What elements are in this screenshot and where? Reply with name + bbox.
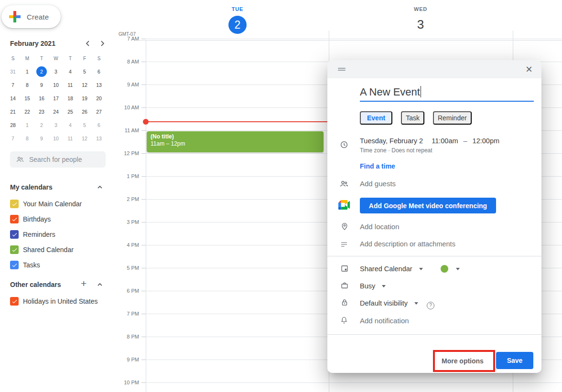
mini-calendar-day[interactable]: 8 [22, 80, 32, 90]
event-title-input[interactable]: A New Event [360, 86, 421, 98]
mini-calendar-day[interactable]: 8 [22, 133, 32, 144]
mini-calendar-day[interactable]: 13 [94, 80, 104, 90]
calendar-checkbox[interactable] [10, 230, 19, 239]
mini-calendar-day[interactable]: 1 [22, 66, 32, 77]
hour-label: 8 AM [116, 59, 139, 64]
mini-calendar-day[interactable]: 13 [94, 133, 104, 144]
chevron-down-icon[interactable] [382, 285, 386, 287]
calendar-list-item[interactable]: Reminders [10, 227, 82, 242]
find-a-time-link[interactable]: Find a time [360, 162, 395, 170]
mini-calendar-day[interactable]: 22 [22, 106, 32, 117]
calendar-list-item[interactable]: Tasks [10, 257, 82, 273]
dialog-drag-header[interactable]: × [327, 60, 541, 78]
mini-calendar-day[interactable]: 4 [65, 66, 76, 77]
mini-calendar-day[interactable]: 5 [79, 120, 90, 130]
add-other-calendar-icon[interactable]: + [81, 279, 86, 288]
chevron-down-icon[interactable] [419, 268, 423, 270]
add-location-field[interactable]: Add location [360, 222, 400, 231]
search-people-input[interactable] [29, 156, 101, 163]
add-description-field[interactable]: Add description or attachments [360, 240, 455, 248]
mini-calendar-day[interactable]: 14 [8, 93, 18, 104]
mini-calendar-day[interactable]: 9 [36, 80, 47, 90]
calendar-checkbox[interactable] [10, 245, 19, 254]
mini-weekday-label: M [25, 56, 29, 61]
hour-label: 8 PM [116, 334, 139, 339]
calendar-checkbox[interactable] [10, 200, 19, 208]
mini-calendar-day[interactable]: 11 [65, 133, 76, 144]
calendar-event-block[interactable]: (No title) 11am – 12pm [147, 131, 324, 152]
mini-calendar-day[interactable]: 21 [8, 106, 18, 117]
mini-calendar-day[interactable]: 26 [79, 106, 90, 117]
entry-type-tabs: EventTaskReminder [360, 111, 472, 125]
mini-calendar-day[interactable]: 27 [94, 106, 104, 117]
people-search-icon [16, 155, 24, 164]
mini-calendar-day[interactable]: 1 [22, 120, 32, 130]
close-icon[interactable]: × [523, 62, 535, 77]
help-icon[interactable]: ? [427, 302, 434, 309]
mini-calendar-day[interactable]: 6 [94, 120, 104, 130]
add-guests-field[interactable]: Add guests [360, 180, 396, 188]
mini-calendar-day[interactable]: 17 [51, 93, 61, 104]
other-calendars-heading: Other calendars [10, 281, 61, 288]
chevron-down-icon[interactable] [414, 302, 418, 305]
add-notification-field[interactable]: Add notification [360, 317, 409, 325]
visibility-select[interactable]: Default visibility [360, 299, 408, 307]
tab-event[interactable]: Event [360, 111, 392, 125]
calendar-list-item[interactable]: Holidays in United States [10, 294, 97, 309]
mini-calendar-day[interactable]: 9 [36, 133, 47, 144]
mini-calendar-day[interactable]: 31 [8, 66, 18, 77]
calendar-list-item[interactable]: Your Main Calendar [10, 196, 82, 212]
day-header-wed-date[interactable]: 3 [401, 17, 440, 32]
day-header-tue-date[interactable]: 2 [228, 16, 247, 34]
more-options-button[interactable]: More options [436, 352, 489, 370]
hour-label: 10 AM [116, 105, 139, 110]
my-calendars-collapse-icon[interactable] [97, 184, 103, 191]
calendar-checkbox[interactable] [10, 215, 19, 223]
calendar-list-item[interactable]: Shared Calendar [10, 242, 82, 257]
mini-calendar-day[interactable]: 3 [51, 66, 61, 77]
mini-calendar-day[interactable]: 12 [79, 80, 90, 90]
mini-calendar-day[interactable]: 19 [79, 93, 90, 104]
save-button[interactable]: Save [496, 352, 533, 369]
tab-task[interactable]: Task [401, 111, 424, 125]
event-color-dot[interactable] [441, 265, 448, 273]
search-people-box[interactable] [10, 151, 106, 168]
mini-calendar-day[interactable]: 10 [51, 133, 61, 144]
mini-calendar-day[interactable]: 7 [8, 80, 18, 90]
mini-calendar-day[interactable]: 6 [94, 66, 104, 77]
hour-label: 7 PM [116, 311, 139, 317]
mini-calendar-day[interactable]: 18 [65, 93, 76, 104]
mini-calendar-day[interactable]: 15 [22, 93, 32, 104]
mini-calendar-day[interactable]: 24 [51, 106, 61, 117]
other-calendars-collapse-icon[interactable] [97, 281, 103, 288]
create-button[interactable]: Create [1, 5, 61, 28]
mini-calendar-day[interactable]: 10 [51, 80, 61, 90]
mini-calendar-day[interactable]: 2 [36, 120, 47, 130]
chevron-down-icon[interactable] [456, 268, 460, 270]
tab-reminder[interactable]: Reminder [433, 111, 472, 125]
mini-calendar-day[interactable]: 16 [36, 93, 47, 104]
mini-calendar-day[interactable]: 7 [8, 133, 18, 144]
timezone-repeat-row[interactable]: Time zone · Does not repeat [360, 147, 432, 154]
calendar-checkbox[interactable] [10, 261, 19, 269]
mini-calendar-day[interactable]: 2 [36, 66, 47, 77]
mini-calendar-prev-icon[interactable] [84, 40, 92, 47]
event-date: Tuesday, February 2 [360, 137, 423, 145]
mini-calendar-day[interactable]: 20 [94, 93, 104, 104]
busy-select[interactable]: Busy [360, 282, 375, 290]
hour-tick [141, 153, 146, 154]
calendar-checkbox[interactable] [10, 297, 19, 306]
mini-calendar-day[interactable]: 28 [8, 120, 18, 130]
mini-calendar-day[interactable]: 11 [65, 80, 76, 90]
mini-calendar-day[interactable]: 4 [65, 120, 76, 130]
mini-calendar-next-icon[interactable] [98, 40, 106, 47]
calendar-select[interactable]: Shared Calendar [360, 265, 412, 273]
mini-calendar-day[interactable]: 25 [65, 106, 76, 117]
add-meet-button[interactable]: Add Google Meet video conferencing [360, 198, 496, 213]
mini-calendar-day[interactable]: 23 [36, 106, 47, 117]
mini-calendar-day[interactable]: 5 [79, 66, 90, 77]
mini-calendar-day[interactable]: 3 [51, 120, 61, 130]
mini-calendar-day[interactable]: 12 [79, 133, 90, 144]
calendar-list-item[interactable]: Birthdays [10, 212, 82, 227]
event-datetime-row[interactable]: Tuesday, February 211:00am–12:00pm [360, 137, 499, 145]
